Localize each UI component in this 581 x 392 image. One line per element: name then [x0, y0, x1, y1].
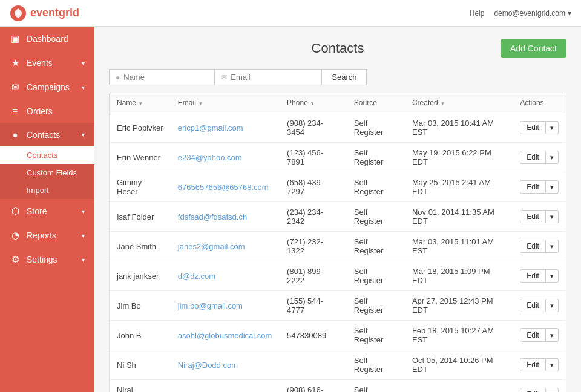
reports-icon: ◔	[10, 230, 21, 241]
email-link[interactable]: jim.bo@gmail.com	[178, 301, 243, 310]
col-source: Source	[347, 93, 405, 113]
edit-button[interactable]: Edit	[520, 240, 546, 253]
email-link[interactable]: Niraj@Dodd.com	[178, 361, 238, 370]
user-menu-chevron: ▾	[568, 9, 571, 18]
email-link[interactable]: fdsfsad@fdsafsd.ch	[178, 212, 247, 221]
edit-button[interactable]: Edit	[520, 180, 546, 194]
edit-dropdown-button[interactable]: ▾	[546, 299, 559, 312]
store-icon: ⬡	[10, 206, 21, 217]
add-contact-button[interactable]: Add Contact	[501, 39, 566, 58]
sidebar-item-dashboard[interactable]: ▣ Dashboard	[0, 27, 94, 51]
sidebar-item-custom-fields[interactable]: Custom Fields	[0, 164, 94, 181]
email-link[interactable]: 6765657656@65768.com	[178, 183, 269, 192]
edit-btn-group: Edit ▾	[520, 388, 559, 392]
cell-actions: Edit ▾	[513, 172, 566, 202]
cell-name: Ni Sh	[110, 350, 171, 380]
col-name[interactable]: Name ▾	[110, 93, 171, 113]
user-menu[interactable]: demo@eventgrid.com ▾	[494, 9, 571, 18]
edit-button[interactable]: Edit	[520, 328, 546, 342]
sidebar-item-import[interactable]: Import	[0, 181, 94, 199]
edit-btn-group: Edit ▾	[520, 180, 559, 194]
sidebar-item-contacts[interactable]: ● Contacts ▾	[0, 123, 94, 146]
cell-created: Mar 03, 2015 10:41 AM EST	[405, 113, 513, 143]
cell-name: Isaf Folder	[110, 202, 171, 232]
logo-text: eventgrid	[30, 7, 79, 19]
cell-email: fdsfsad@fdsafsd.ch	[171, 202, 280, 232]
edit-button[interactable]: Edit	[520, 358, 546, 371]
cell-email: asohl@globusmedical.com	[171, 321, 280, 350]
cell-source: Self Register	[347, 172, 405, 202]
table-row: Ni Sh Niraj@Dodd.com Self Register Oct 0…	[110, 350, 566, 380]
col-created[interactable]: Created ▾	[405, 93, 513, 113]
edit-dropdown-button[interactable]: ▾	[546, 121, 559, 134]
cell-name: Erin Wenner	[110, 143, 171, 172]
cell-phone	[280, 350, 347, 380]
cell-source: Self Register	[347, 261, 405, 291]
cell-created: Apr 27, 2015 12:43 PM EDT	[405, 291, 513, 321]
cell-source: Self Register	[347, 321, 405, 350]
sidebar-item-campaigns[interactable]: ✉ Campaigns ▾	[0, 75, 94, 99]
edit-dropdown-button[interactable]: ▾	[546, 358, 559, 371]
logo[interactable]: eventgrid	[10, 5, 79, 22]
email-link[interactable]: janes2@gmail.com	[178, 242, 245, 251]
contacts-table: Name ▾ Email ▾ Phone ▾ Source Created ▾ …	[109, 93, 566, 392]
col-email[interactable]: Email ▾	[171, 93, 280, 113]
table-row: jank jankser d@dz.com (801) 899-2222 Sel…	[110, 261, 566, 291]
cell-phone: 547830089	[280, 321, 347, 350]
edit-dropdown-button[interactable]: ▾	[546, 328, 559, 342]
table-row: Isaf Folder fdsfsad@fdsafsd.ch (234) 234…	[110, 202, 566, 232]
table-row: John B asohl@globusmedical.com 547830089…	[110, 321, 566, 350]
email-link[interactable]: ericp1@gmail.com	[178, 123, 243, 132]
page-title: Contacts	[261, 41, 414, 56]
sidebar-item-contacts-link[interactable]: Contacts	[0, 146, 94, 164]
cell-source: Self Register	[347, 202, 405, 232]
edit-dropdown-button[interactable]: ▾	[546, 388, 559, 392]
cell-email: 6765657656@65768.com	[171, 172, 280, 202]
cell-email: ericp1@gmail.com	[171, 113, 280, 143]
edit-button[interactable]: Edit	[520, 269, 546, 283]
edit-button[interactable]: Edit	[520, 299, 546, 312]
chevron-down-icon: ▾	[82, 131, 85, 138]
edit-dropdown-button[interactable]: ▾	[546, 180, 559, 194]
edit-dropdown-button[interactable]: ▾	[546, 151, 559, 164]
search-button[interactable]: Search	[322, 69, 367, 85]
name-search-input[interactable]	[123, 73, 208, 82]
col-phone[interactable]: Phone ▾	[280, 93, 347, 113]
edit-button[interactable]: Edit	[520, 388, 546, 392]
page-header: Contacts Add Contact	[109, 39, 566, 58]
email-link[interactable]: asohl@globusmedical.com	[178, 331, 272, 340]
cell-created: May 19, 2015 6:22 PM EDT	[405, 143, 513, 172]
table-row: Niraj Shahsdf niraj@entechsolutions.com …	[110, 380, 566, 393]
email-link[interactable]: niraj@entechsolutions.com	[178, 390, 272, 393]
edit-button[interactable]: Edit	[520, 210, 546, 223]
edit-dropdown-button[interactable]: ▾	[546, 240, 559, 253]
edit-dropdown-button[interactable]: ▾	[546, 269, 559, 283]
cell-source: Self Register	[347, 291, 405, 321]
cell-source: Self Register	[347, 232, 405, 261]
edit-button[interactable]: Edit	[520, 121, 546, 134]
sidebar-item-store[interactable]: ⬡ Store ▾	[0, 199, 94, 223]
sort-icon: ▾	[311, 100, 314, 106]
email-link[interactable]: e234@yahoo.com	[178, 153, 242, 162]
edit-dropdown-button[interactable]: ▾	[546, 210, 559, 223]
cell-email: niraj@entechsolutions.com	[171, 380, 280, 393]
main-content: Contacts Add Contact ● ✉ Search Name ▾	[94, 27, 581, 392]
sidebar-item-reports[interactable]: ◔ Reports ▾	[0, 223, 94, 247]
email-search-input[interactable]	[231, 73, 315, 82]
edit-btn-group: Edit ▾	[520, 151, 559, 164]
sidebar-item-label: Contacts	[27, 130, 60, 140]
sidebar-item-label: Reports	[27, 230, 56, 240]
help-link[interactable]: Help	[470, 9, 485, 18]
sidebar-item-events[interactable]: ★ Events ▾	[0, 51, 94, 75]
sidebar-item-label: Orders	[27, 106, 53, 116]
edit-btn-group: Edit ▾	[520, 240, 559, 253]
sidebar-item-settings[interactable]: ⚙ Settings ▾	[0, 247, 94, 272]
sidebar-item-label: Campaigns	[27, 82, 70, 92]
sidebar-item-orders[interactable]: ≡ Orders	[0, 99, 94, 123]
cell-phone: (123) 456-7891	[280, 143, 347, 172]
email-link[interactable]: d@dz.com	[178, 272, 215, 281]
logo-icon	[10, 5, 27, 22]
cell-created: May 25, 2015 2:41 AM EDT	[405, 172, 513, 202]
edit-button[interactable]: Edit	[520, 151, 546, 164]
email-search-wrapper: ✉	[215, 69, 322, 85]
